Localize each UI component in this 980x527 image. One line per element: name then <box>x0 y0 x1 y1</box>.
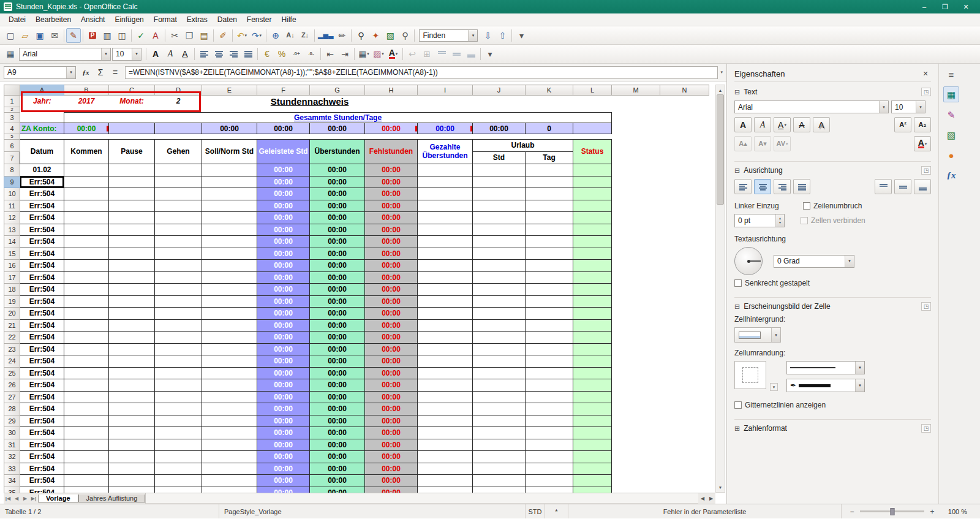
cell[interactable] <box>612 319 660 332</box>
cell[interactable]: Err:504 <box>20 236 64 248</box>
chevron-down-icon[interactable]: ▾ <box>770 383 778 391</box>
cell[interactable] <box>526 391 573 403</box>
cell[interactable] <box>573 271 612 284</box>
cell[interactable] <box>202 308 257 320</box>
bold-icon[interactable]: A <box>734 117 752 132</box>
cell[interactable] <box>573 427 612 439</box>
cell[interactable]: 00:00 <box>257 224 310 236</box>
cell[interactable]: 00:00 <box>310 463 365 475</box>
number-format-currency-icon[interactable]: € <box>260 47 274 61</box>
cell[interactable] <box>526 236 573 248</box>
save-icon[interactable]: ▣ <box>32 28 47 43</box>
cell[interactable] <box>473 475 526 487</box>
cell[interactable] <box>418 379 473 392</box>
cell[interactable] <box>473 284 526 296</box>
cell[interactable] <box>573 451 612 463</box>
merge-cells-icon[interactable]: ⊞ <box>420 47 434 61</box>
cell[interactable] <box>473 176 526 188</box>
cell[interactable]: 00:00 <box>365 379 418 392</box>
cell[interactable] <box>660 188 709 200</box>
row-header-12[interactable]: 12 <box>4 212 20 224</box>
cell[interactable] <box>660 200 709 212</box>
cell[interactable] <box>202 236 257 248</box>
sidebar-font-size-select[interactable]: 10 ▾ <box>891 100 925 113</box>
cell[interactable] <box>155 260 202 272</box>
cell[interactable] <box>202 164 257 176</box>
show-draw-functions-icon[interactable]: ✏ <box>334 28 349 43</box>
cell[interactable] <box>109 367 155 379</box>
cell[interactable] <box>202 260 257 272</box>
cell[interactable] <box>612 332 660 344</box>
cell[interactable] <box>155 475 202 487</box>
row-header-29[interactable]: 29 <box>4 415 20 427</box>
cell[interactable] <box>109 355 155 368</box>
cell[interactable]: 00:00 <box>365 415 418 427</box>
align-middle-icon[interactable] <box>894 179 911 194</box>
menu-Bearbeiten[interactable]: Bearbeiten <box>31 14 76 25</box>
row-header-8[interactable]: 8 <box>4 164 20 176</box>
cell[interactable] <box>202 463 257 475</box>
cell[interactable] <box>573 367 612 379</box>
superscript-icon[interactable]: A² <box>894 117 911 132</box>
cell[interactable] <box>526 224 573 236</box>
cell[interactable] <box>202 367 257 379</box>
cell[interactable]: Err:504 <box>20 295 64 308</box>
cell[interactable] <box>109 188 155 200</box>
cell[interactable] <box>473 367 526 379</box>
cell[interactable] <box>418 475 473 487</box>
row-header-20[interactable]: 20 <box>4 308 20 320</box>
cell[interactable] <box>155 319 202 332</box>
cell[interactable] <box>109 164 155 176</box>
row-header-24[interactable]: 24 <box>4 355 20 368</box>
column-header-H[interactable]: H <box>365 85 418 96</box>
cell[interactable]: Err:504 <box>20 188 64 200</box>
cell[interactable] <box>526 415 573 427</box>
cell[interactable] <box>573 308 612 320</box>
cell[interactable]: Gehen <box>155 140 202 164</box>
cell[interactable]: 00:00 <box>257 343 310 355</box>
cell[interactable] <box>202 319 257 332</box>
cell[interactable]: 00:00 <box>365 319 418 332</box>
cell[interactable] <box>473 224 526 236</box>
underline-icon[interactable]: A <box>178 47 192 61</box>
cell[interactable]: 00:00 <box>257 176 310 188</box>
increase-font-icon[interactable]: A▴ <box>734 136 752 151</box>
format-paintbrush-icon[interactable]: ✐ <box>216 28 230 43</box>
align-center-icon[interactable] <box>211 47 226 61</box>
cell[interactable] <box>660 236 709 248</box>
cell[interactable] <box>155 332 202 344</box>
cell[interactable] <box>418 295 473 308</box>
cell[interactable]: Err:504 <box>20 212 64 224</box>
cell[interactable] <box>109 271 155 284</box>
cell[interactable] <box>612 271 660 284</box>
cell[interactable]: 00:00 <box>365 236 418 248</box>
chevron-down-icon[interactable]: ▾ <box>771 328 780 342</box>
text-orientation-dial[interactable] <box>734 247 763 275</box>
cell[interactable] <box>526 355 573 368</box>
stacked-text-checkbox[interactable] <box>734 279 742 287</box>
align-justify-icon[interactable] <box>793 179 810 194</box>
cell[interactable] <box>64 355 109 368</box>
cell[interactable] <box>473 355 526 368</box>
cell[interactable] <box>155 487 202 493</box>
cell[interactable]: Kommen <box>64 140 109 164</box>
sheet-tab-Vorlage[interactable]: Vorlage <box>38 495 78 502</box>
cell[interactable] <box>109 248 155 260</box>
cell[interactable] <box>155 284 202 296</box>
cell[interactable] <box>612 176 660 188</box>
row-header-4[interactable]: 4 <box>4 123 20 134</box>
number-dialog-launcher-icon[interactable]: ◳ <box>921 424 931 433</box>
cell[interactable] <box>660 367 709 379</box>
new-document-icon[interactable]: ▢ <box>3 28 18 43</box>
zoom-in-icon[interactable]: + <box>928 507 937 516</box>
align-top-icon[interactable] <box>434 47 449 61</box>
cell[interactable] <box>473 379 526 392</box>
gallery-deck-icon[interactable]: ▧ <box>943 127 959 143</box>
cell[interactable] <box>202 284 257 296</box>
cell[interactable] <box>202 415 257 427</box>
cell[interactable] <box>64 248 109 260</box>
cell[interactable] <box>202 391 257 403</box>
cell[interactable]: 00:00 <box>365 260 418 272</box>
menu-Format[interactable]: Format <box>149 14 182 25</box>
cell[interactable] <box>109 439 155 451</box>
